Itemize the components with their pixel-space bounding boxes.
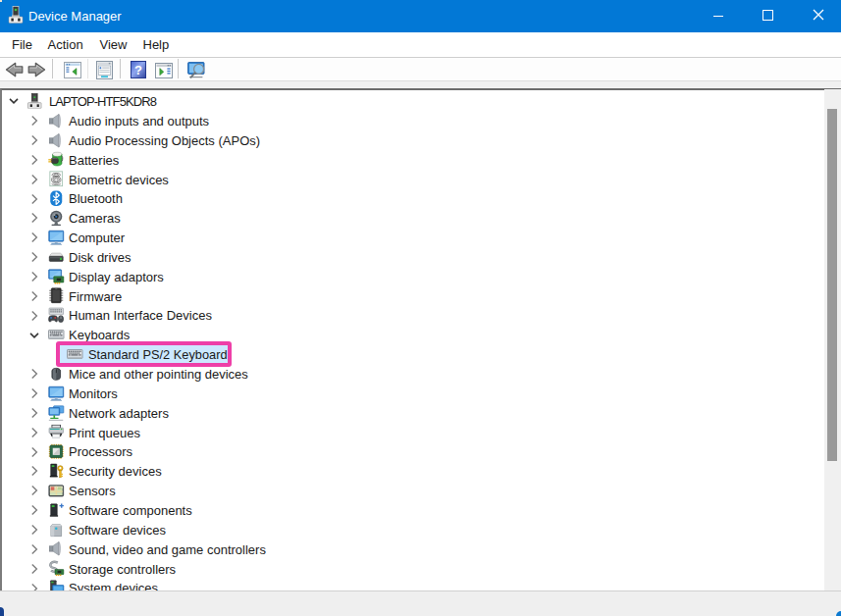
svg-text:?: ? xyxy=(134,63,142,77)
